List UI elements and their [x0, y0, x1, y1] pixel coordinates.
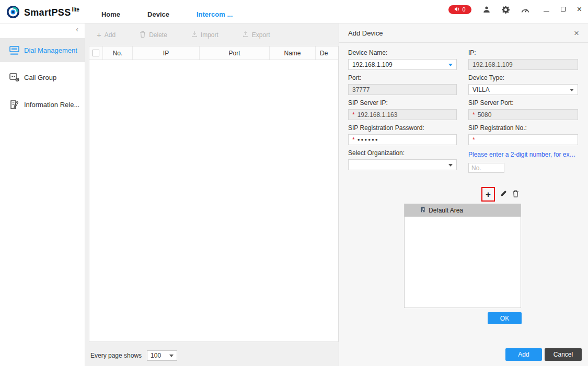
- app-brand: SmartPSS lite: [0, 2, 79, 23]
- room-number-hint-link[interactable]: Please enter a 2-digit number, for exam.…: [468, 151, 578, 158]
- user-icon[interactable]: [482, 5, 491, 14]
- sip-server-ip-field: SIP Server IP: * 192.168.1.163: [348, 99, 457, 120]
- sidebar-item-label: Information Rele...: [24, 101, 79, 109]
- trash-icon: [512, 190, 519, 199]
- ip-field: IP: 192.168.1.109: [468, 49, 578, 70]
- select-organization-label: Select Organization:: [348, 149, 457, 157]
- window-controls: ×: [544, 5, 582, 14]
- app-name-suffix: lite: [72, 7, 79, 13]
- ok-button[interactable]: OK: [488, 312, 522, 324]
- page-size-value: 100: [151, 352, 161, 359]
- required-marker: *: [472, 136, 475, 144]
- building-icon: [420, 207, 425, 214]
- device-type-field: Device Type: VILLA: [468, 74, 578, 95]
- delete-label: Delete: [149, 31, 167, 39]
- delete-organization-button[interactable]: [512, 190, 519, 199]
- organization-tree: Default Area: [404, 204, 521, 308]
- edit-organization-button[interactable]: [500, 190, 507, 198]
- device-name-value: 192.168.1.109: [352, 61, 393, 68]
- gear-icon[interactable]: [502, 5, 510, 14]
- select-organization-field: Select Organization:: [348, 149, 457, 173]
- sidebar-item-call-group[interactable]: Call Group: [0, 65, 85, 89]
- table-toolbar: + Add Delete Import Export: [85, 23, 339, 46]
- close-button[interactable]: ×: [577, 5, 582, 14]
- ip-input: 192.168.1.109: [468, 59, 578, 70]
- performance-gauge-icon[interactable]: [521, 5, 529, 14]
- sidebar-item-information-release[interactable]: Information Rele...: [0, 92, 85, 116]
- titlebar: SmartPSS lite Home Device Intercom ... 0…: [0, 0, 588, 23]
- required-marker: *: [352, 111, 355, 119]
- port-value: 37777: [352, 86, 370, 93]
- device-name-combo[interactable]: 192.168.1.109: [348, 59, 457, 70]
- column-header-port: Port: [200, 46, 270, 60]
- alarm-count: 0: [463, 6, 466, 13]
- sip-registration-password-label: SIP Registration Password:: [348, 124, 457, 132]
- device-name-field: Device Name: 192.168.1.109: [348, 49, 457, 70]
- table-header-row: No. IP Port Name De: [89, 46, 338, 60]
- panel-header: Add Device ×: [339, 23, 588, 43]
- page-size-label: Every page shows: [90, 352, 142, 359]
- add-button[interactable]: Add: [505, 348, 542, 361]
- sip-registration-password-input[interactable]: * ●●●●●●: [348, 134, 457, 145]
- chevron-down-icon: [448, 64, 453, 66]
- tab-device[interactable]: Device: [147, 10, 169, 23]
- organization-actions: +: [481, 187, 519, 202]
- sip-registration-password-value: ●●●●●●: [358, 137, 379, 142]
- add-device-toolbar-button[interactable]: + Add: [97, 31, 116, 39]
- chevron-down-icon: [448, 164, 453, 167]
- minimize-button[interactable]: [544, 6, 549, 13]
- select-all-cell: [89, 46, 103, 60]
- information-release-icon: [9, 100, 19, 109]
- port-label: Port:: [348, 74, 457, 81]
- ip-label: IP:: [468, 49, 578, 56]
- device-name-label: Device Name:: [348, 49, 457, 56]
- device-type-select[interactable]: VILLA: [468, 84, 578, 95]
- sidebar-collapse-button[interactable]: ‹: [0, 23, 85, 35]
- column-header-no: No.: [103, 46, 133, 60]
- titlebar-actions: 0 ×: [448, 1, 588, 18]
- tree-node-default-area[interactable]: Default Area: [405, 204, 521, 217]
- select-organization-select[interactable]: [348, 159, 457, 170]
- trash-icon: [140, 31, 146, 39]
- room-number-block: Please enter a 2-digit number, for exam.…: [468, 149, 578, 173]
- device-list-region: + Add Delete Import Export No.: [85, 23, 339, 366]
- call-group-icon: [9, 73, 19, 81]
- sip-registration-no-label: SIP Registration No.:: [468, 124, 578, 132]
- select-all-checkbox[interactable]: [93, 50, 99, 56]
- sip-registration-no-input[interactable]: *: [468, 134, 578, 145]
- import-icon: [191, 31, 198, 39]
- tab-intercom[interactable]: Intercom ...: [197, 10, 233, 23]
- import-toolbar-button[interactable]: Import: [191, 31, 218, 39]
- sip-registration-password-field: SIP Registration Password: * ●●●●●●: [348, 124, 457, 145]
- main-nav: Home Device Intercom ...: [101, 10, 233, 23]
- ip-value: 192.168.1.109: [472, 61, 513, 68]
- sip-server-port-input: * 5080: [468, 109, 578, 120]
- device-type-label: Device Type:: [468, 74, 578, 81]
- alarm-badge[interactable]: 0: [448, 5, 471, 14]
- plus-icon: +: [97, 31, 101, 39]
- required-marker: *: [352, 136, 355, 144]
- pencil-icon: [500, 190, 507, 198]
- dial-management-icon: [9, 46, 19, 55]
- tree-body-empty: [405, 217, 521, 308]
- chevron-down-icon: [169, 355, 174, 357]
- delete-toolbar-button[interactable]: Delete: [140, 31, 167, 39]
- cancel-button[interactable]: Cancel: [545, 348, 582, 361]
- required-marker: *: [472, 111, 475, 119]
- export-label: Export: [252, 31, 270, 39]
- panel-title: Add Device: [348, 29, 383, 37]
- export-toolbar-button[interactable]: Export: [243, 31, 270, 39]
- sip-registration-no-field: SIP Registration No.: *: [468, 124, 578, 145]
- panel-close-icon[interactable]: ×: [574, 29, 579, 38]
- sip-server-ip-label: SIP Server IP:: [348, 99, 457, 107]
- add-organization-button[interactable]: +: [486, 190, 491, 199]
- sidebar-item-dial-management[interactable]: Dial Management: [0, 38, 85, 62]
- speaker-icon: [454, 6, 460, 13]
- sip-server-port-label: SIP Server Port:: [468, 99, 578, 107]
- import-label: Import: [201, 31, 218, 39]
- page-size-select[interactable]: 100: [147, 350, 177, 361]
- room-number-input[interactable]: [468, 163, 504, 173]
- tab-home[interactable]: Home: [101, 10, 120, 23]
- maximize-button[interactable]: [561, 6, 566, 13]
- port-input: 37777: [348, 84, 457, 95]
